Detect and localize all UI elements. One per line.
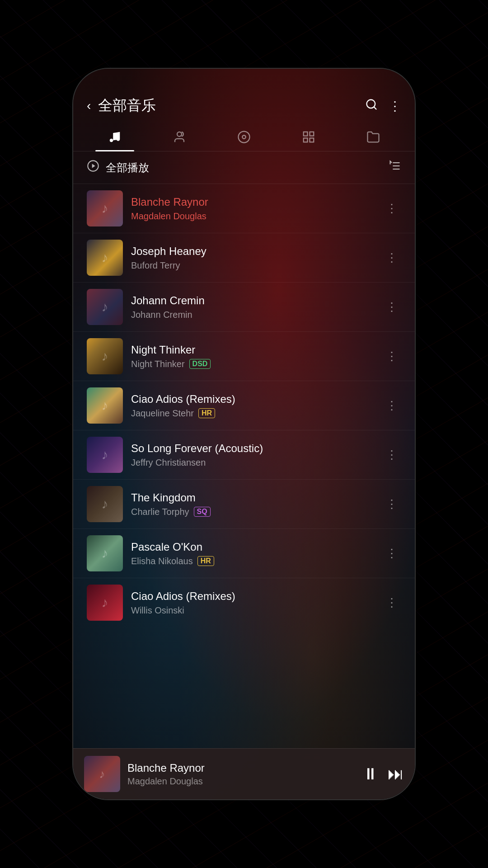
list-item[interactable]: ♪ So Long Forever (Acoustic) Jeffry Chri… — [73, 430, 415, 480]
track-more-button[interactable]: ⋮ — [382, 198, 401, 219]
search-icon[interactable] — [365, 98, 378, 114]
tab-albums[interactable] — [211, 125, 276, 151]
pause-button[interactable]: ⏸ — [362, 764, 379, 783]
track-artist: Elisha Nikolaus — [131, 556, 193, 566]
track-info: Johann Cremin Johann Cremin — [131, 294, 374, 320]
play-all-label: 全部播放 — [106, 160, 149, 175]
track-thumbnail: ♪ — [87, 338, 123, 374]
list-item[interactable]: ♪ Ciao Adios (Remixes) Willis Osinski ⋮ — [73, 578, 415, 627]
track-artist: Jeffry Christiansen — [131, 458, 206, 468]
now-playing-thumbnail: ♪ — [84, 756, 120, 792]
track-title: Pascale O'Kon — [131, 541, 374, 553]
track-title: Johann Cremin — [131, 294, 374, 307]
track-more-button[interactable]: ⋮ — [382, 346, 401, 367]
track-artist: Jaqueline Stehr — [131, 408, 194, 419]
svg-point-3 — [239, 132, 250, 143]
track-info: Joseph Heaney Buford Terry — [131, 245, 374, 271]
track-artist: Johann Cremin — [131, 310, 192, 320]
now-playing-info: Blanche Raynor Magdalen Douglas — [127, 762, 355, 787]
nav-tabs — [73, 125, 415, 151]
page-title: 全部音乐 — [98, 96, 156, 116]
tab-playlists[interactable] — [277, 125, 341, 151]
play-all-icon — [87, 160, 99, 175]
tab-folders[interactable] — [341, 125, 406, 151]
svg-line-1 — [374, 107, 376, 109]
play-all-bar[interactable]: 全部播放 — [73, 151, 415, 184]
track-artist: Night Thinker — [131, 359, 185, 369]
track-title: The Kingdom — [131, 491, 374, 504]
more-menu-icon[interactable]: ⋮ — [389, 99, 401, 113]
sort-icon[interactable] — [389, 160, 401, 175]
track-artist: Buford Terry — [131, 260, 180, 271]
list-item[interactable]: ♪ The Kingdom Charlie Torphy SQ ⋮ — [73, 480, 415, 529]
next-button[interactable]: ⏭ — [388, 764, 404, 783]
track-info: The Kingdom Charlie Torphy SQ — [131, 491, 374, 517]
track-info: Ciao Adios (Remixes) Jaqueline Stehr HR — [131, 393, 374, 419]
track-more-button[interactable]: ⋮ — [382, 395, 401, 416]
track-title: Ciao Adios (Remixes) — [131, 393, 374, 406]
track-more-button[interactable]: ⋮ — [382, 543, 401, 564]
list-item[interactable]: ♪ Pascale O'Kon Elisha Nikolaus HR ⋮ — [73, 529, 415, 578]
svg-rect-5 — [304, 132, 308, 136]
track-title: So Long Forever (Acoustic) — [131, 442, 374, 455]
track-thumbnail: ♪ — [87, 585, 123, 621]
list-item[interactable]: ♪ Blanche Raynor Magdalen Douglas ⋮ — [73, 184, 415, 233]
svg-rect-8 — [310, 138, 314, 142]
list-item[interactable]: ♪ Night Thinker Night Thinker DSD ⋮ — [73, 332, 415, 381]
track-info: Night Thinker Night Thinker DSD — [131, 344, 374, 369]
quality-badge-sq: SQ — [194, 507, 211, 517]
track-info: So Long Forever (Acoustic) Jeffry Christ… — [131, 442, 374, 468]
now-playing-artist: Magdalen Douglas — [127, 776, 355, 787]
now-playing-controls: ⏸ ⏭ — [362, 764, 404, 783]
track-info: Blanche Raynor Magdalen Douglas — [131, 196, 374, 222]
now-playing-bar[interactable]: ♪ Blanche Raynor Magdalen Douglas ⏸ ⏭ — [73, 748, 415, 799]
track-list: ♪ Blanche Raynor Magdalen Douglas ⋮ ♪ Jo… — [73, 184, 415, 748]
svg-point-4 — [242, 135, 246, 139]
list-item[interactable]: ♪ Joseph Heaney Buford Terry ⋮ — [73, 233, 415, 283]
tab-artists[interactable] — [147, 125, 211, 151]
track-more-button[interactable]: ⋮ — [382, 297, 401, 318]
track-thumbnail: ♪ — [87, 240, 123, 276]
track-info: Pascale O'Kon Elisha Nikolaus HR — [131, 541, 374, 566]
track-artist: Charlie Torphy — [131, 507, 189, 517]
track-thumbnail: ♪ — [87, 190, 123, 226]
track-title: Blanche Raynor — [131, 196, 374, 208]
track-more-button[interactable]: ⋮ — [382, 247, 401, 269]
now-playing-title: Blanche Raynor — [127, 762, 355, 774]
quality-badge-hr: HR — [197, 556, 214, 566]
status-bar — [73, 69, 415, 91]
header: ‹ 全部音乐 ⋮ — [73, 91, 415, 125]
track-more-button[interactable]: ⋮ — [382, 592, 401, 613]
track-artist: Magdalen Douglas — [131, 211, 206, 222]
svg-rect-6 — [310, 132, 314, 136]
track-info: Ciao Adios (Remixes) Willis Osinski — [131, 590, 374, 616]
svg-rect-7 — [304, 138, 308, 142]
track-thumbnail: ♪ — [87, 535, 123, 571]
track-title: Joseph Heaney — [131, 245, 374, 258]
track-title: Night Thinker — [131, 344, 374, 356]
track-thumbnail: ♪ — [87, 289, 123, 325]
track-title: Ciao Adios (Remixes) — [131, 590, 374, 603]
list-item[interactable]: ♪ Johann Cremin Johann Cremin ⋮ — [73, 283, 415, 332]
back-button[interactable]: ‹ — [87, 99, 91, 113]
svg-point-2 — [177, 132, 182, 137]
quality-badge-hr: HR — [198, 408, 215, 418]
track-more-button[interactable]: ⋮ — [382, 494, 401, 515]
track-thumbnail: ♪ — [87, 486, 123, 522]
track-more-button[interactable]: ⋮ — [382, 444, 401, 466]
track-artist: Willis Osinski — [131, 605, 184, 616]
svg-marker-10 — [92, 164, 95, 168]
tab-music[interactable] — [82, 125, 147, 151]
quality-badge-dsd: DSD — [189, 359, 211, 369]
track-thumbnail: ♪ — [87, 387, 123, 424]
list-item[interactable]: ♪ Ciao Adios (Remixes) Jaqueline Stehr H… — [73, 381, 415, 430]
phone-frame: ‹ 全部音乐 ⋮ — [72, 68, 416, 800]
track-thumbnail: ♪ — [87, 437, 123, 473]
